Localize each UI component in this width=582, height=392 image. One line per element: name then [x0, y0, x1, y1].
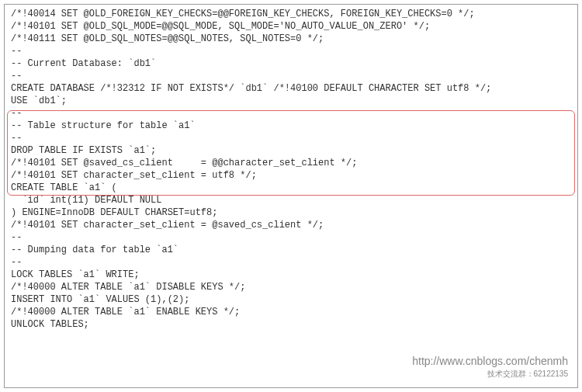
code-line: /*!40101 SET character_set_client = @sav…	[11, 219, 571, 231]
watermark: http://www.cnblogs.com/chenmh 技术交流群：6212…	[412, 355, 568, 380]
code-line: ) ENGINE=InnoDB DEFAULT CHARSET=utf8;	[11, 206, 571, 219]
code-line: UNLOCK TABLES;	[11, 318, 571, 331]
watermark-url: http://www.cnblogs.com/chenmh	[412, 355, 568, 367]
code-line: /*!40101 SET character_set_client = utf8…	[11, 169, 571, 182]
code-line: DROP TABLE IF EXISTS `a1`;	[11, 144, 571, 157]
code-line: USE `db1`;	[11, 95, 571, 107]
code-line: /*!40101 SET @saved_cs_client = @@charac…	[11, 157, 571, 169]
code-line: /*!40111 SET @OLD_SQL_NOTES=@@SQL_NOTES,…	[11, 33, 571, 45]
sql-dump-viewer: /*!40014 SET @OLD_FOREIGN_KEY_CHECKS=@@F…	[4, 4, 578, 388]
code-line: /*!40000 ALTER TABLE `a1` ENABLE KEYS */…	[11, 306, 571, 318]
code-line: --	[11, 231, 571, 244]
watermark-group-number: 62122135	[534, 369, 569, 378]
code-line: --	[11, 45, 571, 57]
code-line: CREATE TABLE `a1` (	[11, 182, 571, 194]
code-line: LOCK TABLES `a1` WRITE;	[11, 269, 571, 281]
code-line: CREATE DATABASE /*!32312 IF NOT EXISTS*/…	[11, 82, 571, 95]
code-block: /*!40014 SET @OLD_FOREIGN_KEY_CHECKS=@@F…	[11, 8, 571, 331]
code-line: --	[11, 107, 571, 120]
code-line: -- Dumping data for table `a1`	[11, 244, 571, 256]
code-line: /*!40101 SET @OLD_SQL_MODE=@@SQL_MODE, S…	[11, 20, 571, 33]
code-line: -- Current Database: `db1`	[11, 57, 571, 70]
code-line: `id` int(11) DEFAULT NULL	[11, 194, 571, 206]
code-line: -- Table structure for table `a1`	[11, 120, 571, 132]
watermark-group-label: 技术交流群：	[487, 369, 534, 378]
code-line: /*!40000 ALTER TABLE `a1` DISABLE KEYS *…	[11, 281, 571, 293]
code-line: --	[11, 132, 571, 144]
code-line: --	[11, 70, 571, 82]
watermark-group: 技术交流群：62122135	[412, 369, 568, 380]
code-line: INSERT INTO `a1` VALUES (1),(2);	[11, 293, 571, 306]
code-line: --	[11, 256, 571, 269]
code-line: /*!40014 SET @OLD_FOREIGN_KEY_CHECKS=@@F…	[11, 8, 571, 20]
